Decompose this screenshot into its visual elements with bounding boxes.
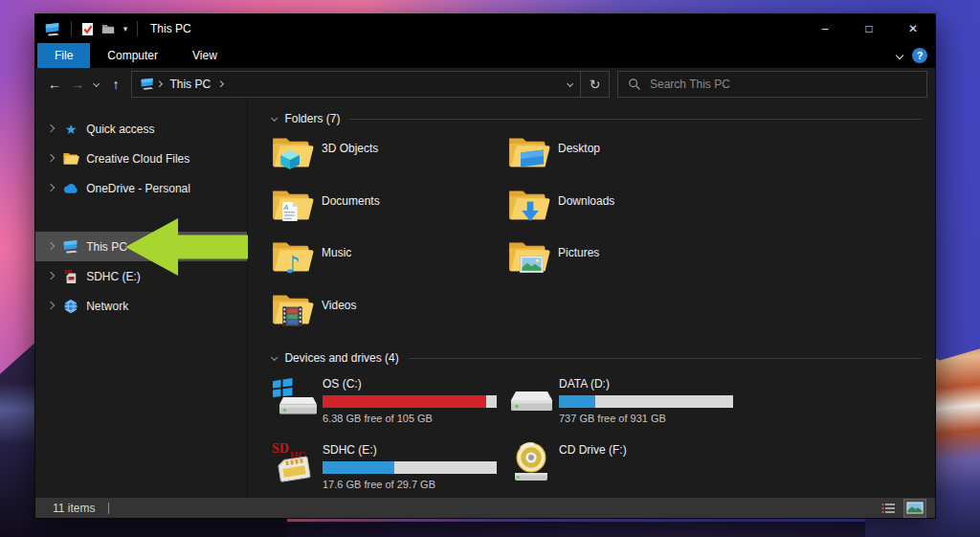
customize-toolbar-chevron-icon[interactable]: ▾ — [119, 17, 132, 40]
folder-icon — [62, 151, 79, 165]
sidebar-item-label: SDHC (E:) — [86, 270, 141, 283]
tab-file[interactable]: File — [37, 43, 90, 68]
drive-tile-os-c-[interactable]: OS (C:)6.38 GB free of 105 GB — [272, 373, 508, 439]
expand-chevron-icon[interactable] — [47, 154, 56, 163]
folder-tile-desktop[interactable]: Desktop — [508, 133, 745, 186]
folders-section-header: Folders (7) — [272, 112, 922, 125]
sdmini-icon: SD — [62, 269, 79, 284]
section-collapse-chevron-icon[interactable] — [271, 115, 278, 123]
folder-name: Pictures — [558, 246, 599, 290]
items-count: 11 items — [53, 502, 95, 515]
cloud-icon — [62, 183, 79, 194]
folder-name: 3D Objects — [322, 142, 378, 186]
details-view-icon[interactable] — [878, 500, 899, 517]
folder-tile-videos[interactable]: Videos — [272, 290, 508, 343]
capacity-bar — [323, 461, 497, 474]
drive-name: CD Drive (F:) — [559, 443, 627, 457]
address-history-chevron-icon[interactable] — [567, 80, 574, 88]
status-bar: 11 items — [35, 498, 935, 518]
breadcrumb-location[interactable]: This PC — [169, 78, 211, 91]
tab-view[interactable]: View — [175, 43, 234, 68]
sidebar-item-sdhc-e[interactable]: SD SDHC (E:) — [35, 261, 247, 291]
refresh-button[interactable]: ↻ — [581, 71, 610, 98]
folders-grid: 3D Objects Desktop A Documents Downloads… — [272, 133, 922, 342]
folder-icon: ♪ — [272, 237, 316, 280]
drive-tile-sdhc-e-[interactable]: SDHC SDHC (E:)17.6 GB free of 29.7 GB — [272, 439, 508, 498]
file-explorer-window: ▾ This PC – □ ✕ FileComputerView ? ← → ↑… — [34, 13, 936, 519]
folder-name: Desktop — [558, 142, 600, 186]
folder-tile-downloads[interactable]: Downloads — [508, 186, 745, 238]
thumbnails-view-icon[interactable] — [904, 500, 925, 517]
back-button[interactable]: ← — [43, 72, 66, 97]
drive-icon — [508, 374, 554, 418]
sidebar-gap — [35, 203, 247, 232]
section-divider-2 — [409, 358, 922, 359]
sidebar-item-label: This PC — [86, 240, 127, 254]
drive-name: SDHC (E:) — [323, 443, 377, 457]
recent-locations-chevron-icon[interactable] — [89, 72, 104, 97]
search-box[interactable]: Search This PC — [617, 71, 927, 98]
this-pc-app-icon — [43, 22, 62, 36]
sidebar-list: ★ Quick access Creative Cloud Files OneD… — [35, 114, 247, 321]
expand-chevron-icon[interactable] — [47, 302, 56, 310]
folders-section-title: Folders (7) — [284, 112, 340, 125]
window-controls: – □ ✕ — [803, 14, 935, 43]
folder-icon — [272, 133, 316, 175]
help-icon[interactable]: ? — [912, 48, 927, 63]
folder-icon: A — [272, 186, 316, 228]
minimize-button[interactable]: – — [803, 14, 847, 43]
expand-chevron-icon[interactable] — [47, 184, 56, 192]
drive-name: DATA (D:) — [559, 377, 610, 391]
folder-tile-pictures[interactable]: Pictures — [508, 237, 745, 290]
properties-quick-icon[interactable] — [77, 17, 98, 40]
sidebar-item-label: OneDrive - Personal — [86, 182, 190, 195]
folder-icon — [508, 237, 552, 280]
star-icon: ★ — [62, 123, 79, 136]
sidebar-item-network[interactable]: Network — [35, 291, 247, 321]
statusbar-separator — [108, 503, 109, 514]
expand-chevron-icon[interactable] — [47, 242, 56, 251]
folder-name: Music — [322, 246, 351, 290]
close-button[interactable]: ✕ — [891, 14, 935, 43]
free-space-text: 737 GB free of 931 GB — [559, 413, 733, 424]
drives-section-header: Devices and drives (4) — [272, 351, 922, 365]
ribbon-tabs: FileComputerView ? — [35, 43, 935, 68]
new-folder-quick-icon[interactable] — [98, 17, 119, 40]
breadcrumb-chevron-icon-2[interactable] — [217, 80, 225, 88]
breadcrumb-chevron-icon[interactable] — [156, 80, 164, 88]
navigation-pane: ★ Quick access Creative Cloud Files OneD… — [35, 100, 248, 498]
folder-icon — [508, 133, 552, 175]
folder-tile-3d-objects[interactable]: 3D Objects — [272, 133, 508, 186]
sdcard-icon: SDHC — [272, 440, 318, 484]
expand-chevron-icon[interactable] — [47, 272, 56, 280]
sidebar-item-creative-cloud-files[interactable]: Creative Cloud Files — [35, 144, 247, 173]
titlebar-separator — [71, 21, 72, 36]
maximize-button[interactable]: □ — [847, 14, 891, 43]
drive-tile-cd-drive-f-[interactable]: CD Drive (F:) — [508, 439, 891, 498]
svg-text:SD: SD — [272, 441, 289, 456]
folder-tile-music[interactable]: ♪ Music — [272, 237, 508, 290]
folder-icon — [508, 186, 552, 228]
expand-chevron-icon[interactable] — [47, 124, 56, 133]
folder-name: Documents — [322, 194, 380, 238]
tab-computer[interactable]: Computer — [90, 43, 175, 68]
capacity-bar — [559, 395, 733, 408]
titlebar: ▾ This PC – □ ✕ — [35, 14, 935, 43]
svg-text:A: A — [282, 203, 288, 211]
address-bar[interactable]: This PC — [131, 71, 581, 98]
sidebar-item-quick-access[interactable]: ★ Quick access — [35, 114, 247, 144]
window-title: This PC — [150, 22, 191, 35]
search-icon — [628, 78, 641, 91]
forward-button[interactable]: → — [66, 72, 89, 97]
folder-tile-documents[interactable]: A Documents — [272, 186, 508, 238]
up-button[interactable]: ↑ — [104, 72, 127, 97]
drive-tile-data-d-[interactable]: DATA (D:)737 GB free of 931 GB — [508, 373, 891, 439]
window-body: ★ Quick access Creative Cloud Files OneD… — [35, 100, 935, 498]
sidebar-item-label: Quick access — [86, 123, 154, 136]
section-collapse-chevron-icon-2[interactable] — [271, 354, 278, 362]
ribbon-collapse-chevron-icon[interactable] — [896, 52, 904, 60]
sidebar-item-onedrive-personal[interactable]: OneDrive - Personal — [35, 173, 247, 203]
navigation-bar: ← → ↑ This PC ↻ Search This PC — [35, 68, 935, 100]
free-space-text: 6.38 GB free of 105 GB — [323, 413, 497, 424]
drives-section-title: Devices and drives (4) — [284, 351, 398, 365]
